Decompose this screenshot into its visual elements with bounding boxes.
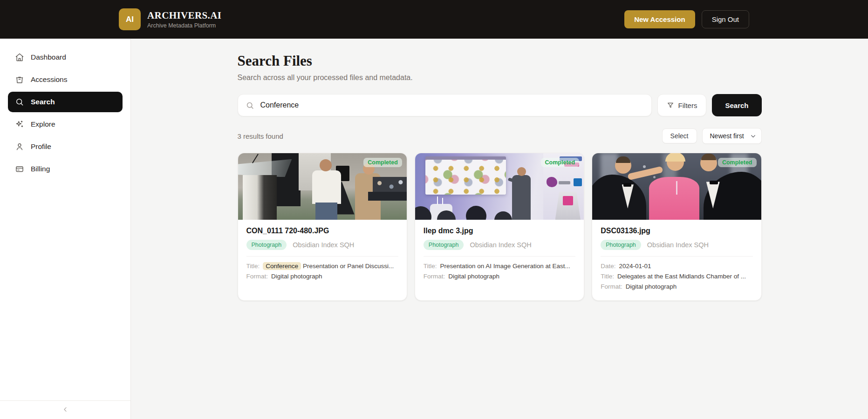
field-label: Format: (424, 273, 445, 280)
file-name: CON_0111 720-480.JPG (246, 227, 398, 235)
format-field: Format:Digital photograph (424, 271, 575, 282)
divider (601, 256, 752, 257)
search-icon (246, 101, 254, 110)
main-content: Search Files Search across all your proc… (131, 39, 868, 419)
page-title: Search Files (238, 53, 762, 69)
title-field: Title:Delegates at the East Midlands Cha… (601, 271, 752, 282)
sort-dropdown: Newest first (702, 128, 762, 144)
type-badge: Photograph (424, 240, 464, 250)
sidebar: Dashboard Accessions Search Explore Prof… (0, 39, 131, 419)
sidebar-item-billing[interactable]: Billing (8, 159, 123, 179)
result-card[interactable]: Completed CON_0111 720-480.JPG Photograp… (238, 153, 407, 301)
credit-card-icon (15, 164, 24, 174)
field-label: Title: (246, 263, 260, 270)
sort-select[interactable]: Newest first (702, 128, 762, 144)
search-box (238, 94, 652, 116)
field-label: Title: (424, 263, 437, 270)
brand-logo: AI (119, 8, 141, 30)
user-icon (15, 142, 24, 151)
brand-tagline: Archive Metadata Platform (147, 22, 221, 29)
index-badge: Obsidian Index SQH (647, 241, 709, 249)
sidebar-item-accessions[interactable]: Accessions (8, 69, 123, 90)
format-field: Format:Digital photograph (246, 271, 398, 282)
search-button[interactable]: Search (712, 94, 761, 116)
field-value: Digital photograph (626, 283, 677, 290)
field-value: Presentation on AI Image Generation at E… (440, 263, 570, 270)
status-badge: Completed (363, 158, 402, 167)
card-thumbnail: Completed (415, 153, 584, 220)
card-thumbnail: Completed (592, 153, 761, 220)
field-value: Presentation or Panel Discussi... (303, 263, 394, 270)
sidebar-item-label: Dashboard (31, 53, 66, 61)
index-badge: Obsidian Index SQH (293, 241, 354, 249)
select-button[interactable]: Select (662, 128, 697, 143)
type-badge: Photograph (601, 240, 641, 250)
brand-title: ARCHIVERS.AI (147, 10, 221, 21)
field-value: 2024-01-01 (619, 263, 651, 270)
results-grid: Completed CON_0111 720-480.JPG Photograp… (238, 153, 762, 301)
sidebar-item-profile[interactable]: Profile (8, 136, 123, 157)
field-label: Format: (601, 283, 622, 290)
file-name: llep dmc 3.jpg (424, 227, 575, 235)
status-badge: Completed (541, 158, 580, 167)
sidebar-item-label: Search (31, 98, 55, 106)
type-badge: Photograph (246, 240, 287, 250)
filters-label: Filters (678, 101, 697, 109)
date-field: Date:2024-01-01 (601, 261, 752, 271)
sidebar-item-label: Explore (31, 120, 55, 128)
field-label: Format: (246, 273, 268, 280)
field-value: Delegates at the East Midlands Chamber o… (617, 273, 746, 280)
new-accession-button[interactable]: New Accession (624, 10, 695, 28)
page-subtitle: Search across all your processed files a… (238, 74, 762, 82)
filter-funnel-icon (667, 101, 674, 109)
sidebar-item-explore[interactable]: Explore (8, 114, 123, 135)
field-label: Date: (601, 263, 615, 270)
status-badge: Completed (718, 158, 757, 167)
field-value: Digital photograph (271, 273, 322, 280)
sidebar-item-label: Accessions (31, 75, 67, 84)
sidebar-collapse-button[interactable] (0, 400, 130, 419)
divider (424, 256, 575, 257)
result-card[interactable]: Completed DSC03136.jpg Photograph Obsidi… (592, 153, 761, 301)
card-thumbnail: Completed (238, 153, 407, 220)
field-value: Digital photograph (448, 273, 499, 280)
archive-box-icon (15, 75, 24, 84)
sidebar-item-label: Billing (31, 165, 50, 173)
filters-button[interactable]: Filters (657, 94, 707, 116)
title-field: Title:ConferencePresentation or Panel Di… (246, 261, 398, 271)
file-name: DSC03136.jpg (601, 227, 752, 235)
search-term-highlight: Conference (263, 262, 301, 270)
chevron-left-icon (62, 406, 69, 413)
sidebar-item-search[interactable]: Search (8, 92, 123, 112)
result-card[interactable]: Completed llep dmc 3.jpg Photograph Obsi… (415, 153, 584, 301)
home-icon (15, 53, 24, 62)
sign-out-button[interactable]: Sign Out (702, 10, 749, 28)
search-icon (15, 97, 24, 107)
format-field: Format:Digital photograph (601, 282, 752, 292)
brand: AI ARCHIVERS.AI Archive Metadata Platfor… (119, 8, 221, 30)
title-field: Title:Presentation on AI Image Generatio… (424, 261, 575, 271)
sidebar-item-dashboard[interactable]: Dashboard (8, 47, 123, 68)
sidebar-item-label: Profile (31, 142, 51, 151)
app-header: AI ARCHIVERS.AI Archive Metadata Platfor… (0, 0, 868, 39)
divider (246, 256, 398, 257)
results-count: 3 results found (238, 132, 283, 140)
search-input[interactable] (238, 95, 651, 116)
field-label: Title: (601, 273, 614, 280)
sparkles-icon (15, 120, 24, 129)
index-badge: Obsidian Index SQH (470, 241, 531, 249)
